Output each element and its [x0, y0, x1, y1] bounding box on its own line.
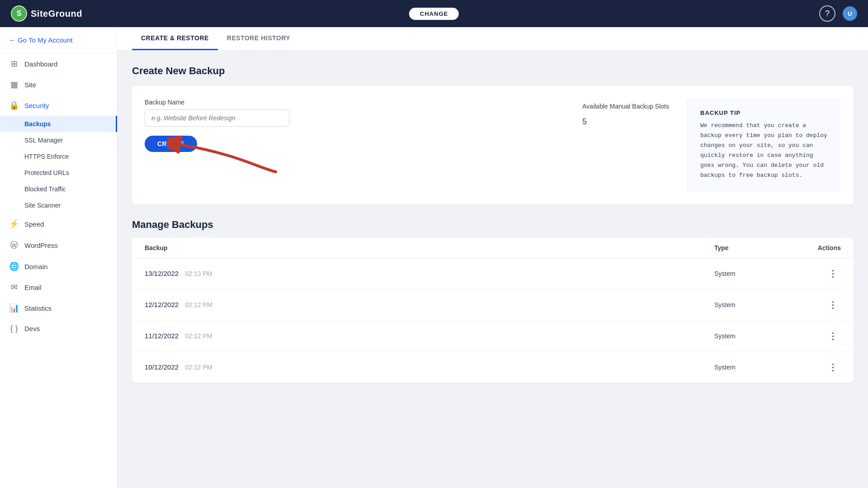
content-inner: Create New Backup Backup Name Available …: [118, 51, 868, 397]
sidebar-item-domain[interactable]: 🌐 Domain: [0, 256, 117, 277]
form-row: Backup Name Available Manual Backup Slot…: [145, 99, 669, 127]
sidebar-item-blocked-traffic[interactable]: Blocked Traffic: [0, 181, 117, 197]
tab-restore-history[interactable]: RESTORE HISTORY: [218, 27, 299, 50]
https-enforce-label: HTTPS Enforce: [24, 153, 69, 160]
sidebar-item-ssl-manager[interactable]: SSL Manager: [0, 132, 117, 148]
backup-tip-box: BACKUP TIP We recommend that you create …: [687, 99, 841, 192]
backup-name-group: Backup Name: [145, 99, 564, 127]
backups-table: Backup Type Actions 13/12/2022 02:13 PM …: [132, 238, 854, 383]
backup-slots-value: 5: [582, 114, 669, 127]
tabs-bar: CREATE & RESTORE RESTORE HISTORY: [118, 27, 868, 51]
sidebar-item-security[interactable]: 🔒 Security: [0, 95, 117, 116]
header: S SiteGround CHANGE ? U: [0, 0, 868, 27]
logo-text: SiteGround: [31, 9, 82, 19]
create-button[interactable]: CREATE: [145, 136, 197, 152]
email-icon: ✉: [9, 282, 19, 292]
backup-time: 02:13 PM: [185, 270, 212, 277]
backups-label: Backups: [24, 120, 51, 128]
backup-type: System: [714, 301, 805, 308]
actions-menu: ⋮: [805, 360, 841, 374]
sidebar-item-dashboard[interactable]: ⊞ Dashboard: [0, 53, 117, 74]
statistics-icon: 📊: [9, 303, 19, 313]
sidebar-item-label: Dashboard: [24, 60, 57, 68]
backup-time: 02:12 PM: [185, 364, 212, 371]
sidebar-item-label: Domain: [24, 263, 48, 270]
col-header-backup: Backup: [145, 244, 714, 251]
wordpress-icon: Ⓦ: [9, 240, 19, 251]
create-button-wrapper: CREATE: [145, 136, 197, 152]
logo: S SiteGround: [11, 5, 82, 22]
backup-date: 10/12/2022: [145, 363, 179, 371]
tip-text: We recommend that you create a backup ev…: [700, 121, 828, 181]
row-actions-button[interactable]: ⋮: [825, 298, 841, 312]
backup-type: System: [714, 332, 805, 340]
backup-date-cell: 11/12/2022 02:12 PM: [145, 332, 714, 340]
blocked-traffic-label: Blocked Traffic: [24, 185, 66, 193]
sidebar-item-label: Site: [24, 81, 36, 89]
backup-time: 02:12 PM: [185, 332, 212, 340]
backup-slots-group: Available Manual Backup Slots 5: [582, 103, 669, 127]
table-row: 12/12/2022 02:12 PM System ⋮: [132, 289, 854, 321]
table-header: Backup Type Actions: [132, 238, 854, 258]
table-row: 13/12/2022 02:13 PM System ⋮: [132, 258, 854, 289]
backup-date-cell: 10/12/2022 02:12 PM: [145, 363, 714, 371]
backup-name-input[interactable]: [145, 109, 289, 127]
sidebar-item-protected-urls[interactable]: Protected URLs: [0, 165, 117, 181]
sidebar-item-statistics[interactable]: 📊 Statistics: [0, 298, 117, 318]
tab-create-restore[interactable]: CREATE & RESTORE: [132, 27, 218, 50]
go-to-account-link[interactable]: ← Go To My Account: [0, 27, 117, 53]
sidebar-item-label: Email: [24, 284, 42, 291]
ssl-manager-label: SSL Manager: [24, 137, 63, 144]
sidebar: ← Go To My Account ⊞ Dashboard ▦ Site 🔒 …: [0, 27, 118, 488]
security-submenu: Backups SSL Manager HTTPS Enforce Protec…: [0, 116, 117, 213]
sidebar-item-speed[interactable]: ⚡ Speed: [0, 213, 117, 234]
sidebar-item-site[interactable]: ▦ Site: [0, 74, 117, 95]
tip-title: BACKUP TIP: [700, 109, 828, 116]
site-scanner-label: Site Scanner: [24, 202, 61, 209]
sidebar-item-https-enforce[interactable]: HTTPS Enforce: [0, 148, 117, 165]
sidebar-item-backups[interactable]: Backups: [0, 116, 117, 132]
siteground-logo-icon: S: [11, 5, 27, 22]
sidebar-item-label: Security: [24, 102, 49, 109]
change-button[interactable]: CHANGE: [408, 7, 460, 21]
sidebar-item-label: Statistics: [24, 304, 52, 312]
create-backup-card: Backup Name Available Manual Backup Slot…: [132, 86, 854, 204]
actions-menu: ⋮: [805, 266, 841, 281]
row-actions-button[interactable]: ⋮: [825, 360, 841, 374]
actions-menu: ⋮: [805, 329, 841, 343]
backup-date-cell: 13/12/2022 02:13 PM: [145, 270, 714, 278]
devs-icon: { }: [9, 324, 19, 333]
backup-form: Backup Name Available Manual Backup Slot…: [145, 99, 669, 192]
backup-time: 02:12 PM: [185, 301, 212, 308]
col-header-actions: Actions: [805, 244, 841, 251]
speed-icon: ⚡: [9, 219, 19, 229]
main-content: CREATE & RESTORE RESTORE HISTORY Create …: [118, 27, 868, 488]
avatar[interactable]: U: [843, 6, 857, 21]
table-row: 11/12/2022 02:12 PM System ⋮: [132, 321, 854, 352]
row-actions-button[interactable]: ⋮: [825, 329, 841, 343]
svg-text:S: S: [17, 9, 22, 17]
backup-date: 11/12/2022: [145, 332, 179, 340]
backup-date-cell: 12/12/2022 02:12 PM: [145, 301, 714, 309]
backup-date: 13/12/2022: [145, 270, 179, 277]
main-layout: ← Go To My Account ⊞ Dashboard ▦ Site 🔒 …: [0, 27, 868, 488]
backup-date: 12/12/2022: [145, 301, 179, 308]
help-button[interactable]: ?: [819, 5, 835, 22]
sidebar-item-email[interactable]: ✉ Email: [0, 277, 117, 298]
manage-backups-title: Manage Backups: [132, 219, 854, 231]
lock-icon: 🔒: [9, 100, 19, 110]
protected-urls-label: Protected URLs: [24, 169, 69, 176]
backup-type: System: [714, 270, 805, 277]
header-center: CHANGE: [408, 7, 460, 21]
sidebar-item-wordpress[interactable]: Ⓦ WordPress: [0, 234, 117, 256]
header-right: ? U: [819, 5, 857, 22]
site-icon: ▦: [9, 80, 19, 90]
sidebar-item-label: Speed: [24, 220, 44, 228]
sidebar-item-devs[interactable]: { } Devs: [0, 318, 117, 339]
table-row: 10/12/2022 02:12 PM System ⋮: [132, 352, 854, 383]
avatar-initials: U: [848, 10, 852, 17]
sidebar-item-label: WordPress: [24, 242, 58, 249]
backup-name-label: Backup Name: [145, 99, 564, 106]
sidebar-item-site-scanner[interactable]: Site Scanner: [0, 197, 117, 213]
row-actions-button[interactable]: ⋮: [825, 266, 841, 281]
